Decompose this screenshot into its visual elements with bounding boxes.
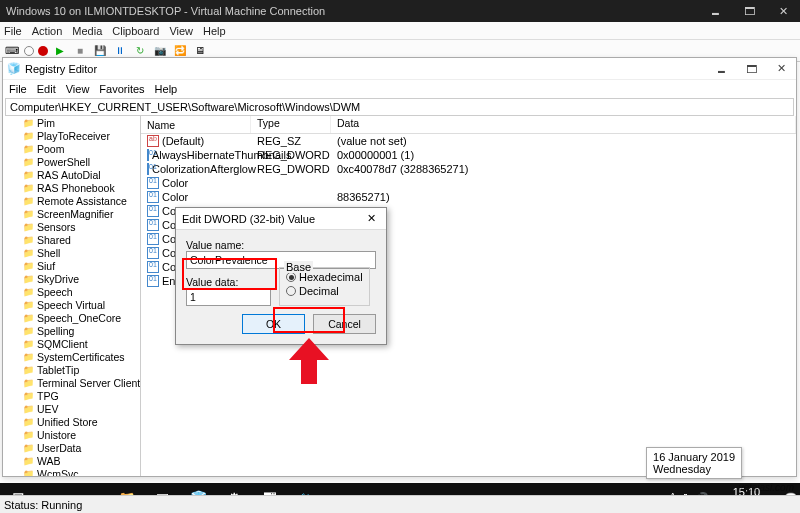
value-type-icon bbox=[147, 149, 149, 161]
tree-item[interactable]: Sensors bbox=[3, 220, 140, 233]
tree-item[interactable]: RAS Phonebook bbox=[3, 181, 140, 194]
regedit-menu-help[interactable]: Help bbox=[155, 83, 178, 95]
value-data: 88365271) bbox=[331, 191, 796, 203]
tree-item[interactable]: Pim bbox=[3, 116, 140, 129]
value-name: ColorizationAfterglow bbox=[152, 163, 256, 175]
radio-dec-label: Decimal bbox=[299, 285, 339, 297]
tree-item[interactable]: Terminal Server Client bbox=[3, 376, 140, 389]
address-bar[interactable]: Computer\HKEY_CURRENT_USER\Software\Micr… bbox=[5, 98, 794, 116]
value-type-icon bbox=[147, 275, 159, 287]
tree-item[interactable]: PlayToReceiver bbox=[3, 129, 140, 142]
vm-menu-file[interactable]: File bbox=[4, 25, 22, 37]
vm-menu-view[interactable]: View bbox=[169, 25, 193, 37]
regedit-menu: File Edit View Favorites Help bbox=[3, 80, 796, 98]
tree-item[interactable]: ScreenMagnifier bbox=[3, 207, 140, 220]
value-row[interactable]: (Default)REG_SZ(value not set) bbox=[141, 134, 796, 148]
value-type-icon bbox=[147, 219, 159, 231]
tree-item[interactable]: Siuf bbox=[3, 259, 140, 272]
address-text: Computer\HKEY_CURRENT_USER\Software\Micr… bbox=[10, 101, 360, 113]
vm-menu-help[interactable]: Help bbox=[203, 25, 226, 37]
tree-item[interactable]: Unified Store bbox=[3, 415, 140, 428]
tree-item[interactable]: WAB bbox=[3, 454, 140, 467]
value-data-input[interactable] bbox=[186, 288, 271, 306]
tree-item[interactable]: Speech_OneCore bbox=[3, 311, 140, 324]
base-group: Base Hexadecimal Decimal bbox=[279, 267, 370, 306]
tree-item[interactable]: PowerShell bbox=[3, 155, 140, 168]
regedit-menu-view[interactable]: View bbox=[66, 83, 90, 95]
date-tooltip: 16 January 2019 Wednesday bbox=[646, 447, 742, 479]
base-legend: Base bbox=[284, 261, 313, 273]
value-row[interactable]: Color88365271) bbox=[141, 190, 796, 204]
value-name-label: Value name: bbox=[186, 239, 376, 251]
tree-item[interactable]: SQMClient bbox=[3, 337, 140, 350]
value-type-icon bbox=[147, 135, 159, 147]
col-name[interactable]: Name bbox=[141, 116, 251, 133]
vm-close-button[interactable] bbox=[766, 0, 800, 22]
regedit-minimize[interactable]: 🗕 bbox=[706, 63, 736, 75]
tree-item[interactable]: Shell bbox=[3, 246, 140, 259]
tree-item[interactable]: TabletTip bbox=[3, 363, 140, 376]
record-outline-icon[interactable] bbox=[24, 46, 34, 56]
cancel-button[interactable]: Cancel bbox=[313, 314, 376, 334]
status-text: Status: Running bbox=[4, 499, 82, 511]
vm-menu-action[interactable]: Action bbox=[32, 25, 63, 37]
value-data: 0x00000001 (1) bbox=[331, 149, 796, 161]
tree-item[interactable]: Speech bbox=[3, 285, 140, 298]
regedit-title-text: Registry Editor bbox=[25, 63, 706, 75]
radio-dec-icon bbox=[286, 286, 296, 296]
ok-button[interactable]: OK bbox=[242, 314, 305, 334]
tree-item[interactable]: TPG bbox=[3, 389, 140, 402]
col-data[interactable]: Data bbox=[331, 116, 796, 133]
dialog-close-button[interactable]: ✕ bbox=[362, 212, 380, 225]
record-icon[interactable] bbox=[38, 46, 48, 56]
tree-item[interactable]: SkyDrive bbox=[3, 272, 140, 285]
edit-dword-dialog: Edit DWORD (32-bit) Value ✕ Value name: … bbox=[175, 207, 387, 345]
vm-maximize-button[interactable] bbox=[732, 0, 766, 22]
vm-menu: File Action Media Clipboard View Help bbox=[0, 22, 800, 40]
tooltip-line2: Wednesday bbox=[653, 463, 735, 475]
vm-menu-clipboard[interactable]: Clipboard bbox=[112, 25, 159, 37]
tree-item[interactable]: Remote Assistance bbox=[3, 194, 140, 207]
radio-dec[interactable]: Decimal bbox=[286, 284, 363, 298]
value-type-icon bbox=[147, 261, 159, 273]
regedit-menu-favorites[interactable]: Favorites bbox=[99, 83, 144, 95]
value-row[interactable]: ColorizationAfterglowREG_DWORD0xc40078d7… bbox=[141, 162, 796, 176]
tree-item[interactable]: Spelling bbox=[3, 324, 140, 337]
value-row[interactable]: AlwaysHibernateThumbnailsREG_DWORD0x0000… bbox=[141, 148, 796, 162]
tree-item[interactable]: Shared bbox=[3, 233, 140, 246]
value-type-icon bbox=[147, 177, 159, 189]
regedit-titlebar: 🧊 Registry Editor 🗕 🗖 ✕ bbox=[3, 58, 796, 80]
tree-item[interactable]: SystemCertificates bbox=[3, 350, 140, 363]
regedit-app-icon: 🧊 bbox=[7, 62, 21, 76]
vm-menu-media[interactable]: Media bbox=[72, 25, 102, 37]
value-type-icon bbox=[147, 247, 159, 259]
dialog-titlebar: Edit DWORD (32-bit) Value ✕ bbox=[176, 208, 386, 230]
regedit-menu-edit[interactable]: Edit bbox=[37, 83, 56, 95]
dialog-title-text: Edit DWORD (32-bit) Value bbox=[182, 213, 362, 225]
guest-desktop: 🧊 Registry Editor 🗕 🗖 ✕ File Edit View F… bbox=[0, 62, 800, 513]
vm-titlebar: Windows 10 on ILMIONTDESKTOP - Virtual M… bbox=[0, 0, 800, 22]
tree-item[interactable]: UEV bbox=[3, 402, 140, 415]
value-type: REG_DWORD bbox=[251, 163, 331, 175]
col-type[interactable]: Type bbox=[251, 116, 331, 133]
red-arrow-icon bbox=[289, 338, 329, 384]
value-data: 0xc40078d7 (3288365271) bbox=[331, 163, 796, 175]
vm-title: Windows 10 on ILMIONTDESKTOP - Virtual M… bbox=[6, 5, 698, 17]
tree-item[interactable]: UserData bbox=[3, 441, 140, 454]
value-type: REG_SZ bbox=[251, 135, 331, 147]
regedit-maximize[interactable]: 🗖 bbox=[736, 63, 766, 75]
value-type-icon bbox=[147, 163, 149, 175]
tree-item[interactable]: Poom bbox=[3, 142, 140, 155]
regedit-close[interactable]: ✕ bbox=[766, 62, 796, 75]
value-type: REG_DWORD bbox=[251, 149, 331, 161]
regedit-menu-file[interactable]: File bbox=[9, 83, 27, 95]
vm-minimize-button[interactable] bbox=[698, 0, 732, 22]
tree-item[interactable]: RAS AutoDial bbox=[3, 168, 140, 181]
tree-item[interactable]: Speech Virtual bbox=[3, 298, 140, 311]
registry-tree[interactable]: PimPlayToReceiverPoomPowerShellRAS AutoD… bbox=[3, 116, 141, 476]
watermark: vetajasi.com bbox=[738, 482, 794, 493]
tree-item[interactable]: Unistore bbox=[3, 428, 140, 441]
value-row[interactable]: Color bbox=[141, 176, 796, 190]
value-name: Color bbox=[162, 177, 188, 189]
tree-item[interactable]: WcmSvc bbox=[3, 467, 140, 476]
